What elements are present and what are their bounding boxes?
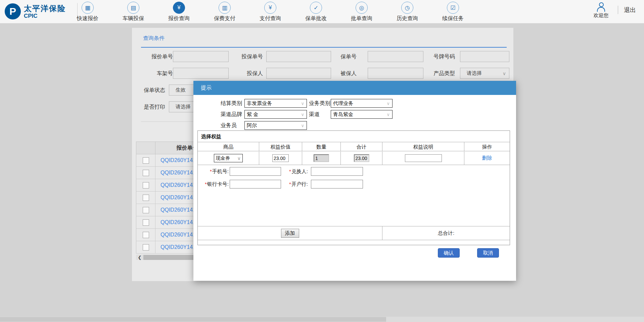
col-total: 合计 — [341, 142, 382, 151]
col-benefit-desc: 权益说明 — [382, 142, 464, 151]
calculator-icon: ▦ — [82, 2, 94, 14]
chevron-down-icon: ∨ — [301, 112, 304, 117]
benefit-footer-row: 添加 总合计: — [198, 226, 510, 240]
row-checkbox[interactable] — [143, 170, 149, 176]
row-checkbox[interactable] — [143, 182, 149, 189]
policy-no-input[interactable] — [368, 51, 423, 62]
chevron-down-icon: ∨ — [503, 71, 506, 76]
col-product: 商品 — [198, 142, 259, 151]
benefit-desc-input[interactable] — [405, 154, 442, 162]
quote-link[interactable]: QQID260Y1419 — [160, 244, 199, 250]
row-checkbox[interactable] — [143, 219, 149, 226]
quote-link[interactable]: QQID260Y1419 — [160, 170, 199, 176]
nav-item-premium-pay[interactable]: ▥ 保费支付 — [206, 2, 243, 22]
channel-brand-label: 渠道品牌 — [221, 110, 242, 119]
top-nav-bar: P 太平洋保险 CPIC ▦ 快速报价 ▤ 车辆投保 ¥ 报价查询 ▥ 保费支付 — [0, 0, 644, 23]
settle-type-select[interactable]: 非发票业务 ∨ — [244, 99, 307, 108]
cancel-button[interactable]: 取消 — [477, 248, 499, 258]
user-menu[interactable]: 欢迎您 — [590, 2, 612, 19]
chevron-down-icon: ∨ — [301, 123, 304, 128]
col-action: 操作 — [464, 142, 510, 151]
checkbox-column-header — [136, 142, 155, 154]
scrollbar-thumb[interactable] — [0, 317, 386, 322]
delete-link[interactable]: 删除 — [482, 155, 492, 161]
agent-label: 业务员 — [221, 121, 237, 130]
nav-item-endorse-query[interactable]: ◎ 批单查询 — [343, 2, 380, 22]
quote-link[interactable]: QQID260Y1419 — [160, 207, 199, 213]
quote-link[interactable]: QQID260Y1419 — [160, 182, 199, 188]
quote-no-label: 报价单号 — [136, 51, 173, 62]
biz-type-label: 业务类别 — [309, 99, 330, 108]
nav-item-policy-endorse[interactable]: ✓ 保单批改 — [297, 2, 335, 22]
product-type-select[interactable]: 请选择 ∨ — [460, 68, 509, 79]
product-select[interactable]: 现金券 ∨ — [214, 154, 243, 162]
insured-input[interactable] — [368, 68, 423, 79]
phone-input[interactable] — [230, 167, 281, 176]
redeemer-label: *兑换人: — [278, 167, 308, 176]
cpic-logo-icon: P — [5, 3, 21, 19]
quote-link[interactable]: QQID260Y1419 — [160, 219, 199, 225]
nav-item-renewal-tasks[interactable]: ☑ 续保任务 — [434, 2, 472, 22]
quantity-input[interactable] — [314, 154, 329, 162]
logout-button[interactable]: 退出 — [624, 6, 636, 14]
settle-type-label: 结算类别 — [221, 99, 242, 108]
product-type-label: 产品类型 — [418, 68, 455, 79]
channel-brand-select[interactable]: 紫 金 ∨ — [244, 110, 307, 119]
benefit-value-input[interactable] — [272, 154, 289, 162]
insured-label: 被保人 — [320, 68, 357, 79]
proposal-no-label: 投保单号 — [226, 51, 263, 62]
quote-link[interactable]: QQID260Y1419 — [160, 157, 199, 163]
query-title-underline — [141, 47, 507, 48]
plate-no-label: 号牌号码 — [418, 51, 455, 62]
vin-input[interactable] — [173, 68, 229, 79]
documents-search-icon: ◎ — [356, 2, 368, 14]
card-icon: ▥ — [219, 2, 231, 14]
total-input[interactable] — [354, 154, 369, 162]
grand-total-label: 总合计: — [382, 226, 510, 240]
search-yen-icon: ¥ — [264, 2, 276, 14]
nav-item-quote-query[interactable]: ¥ 报价查询 — [160, 2, 198, 22]
clock-icon: ◷ — [401, 2, 413, 14]
add-button[interactable]: 添加 — [281, 229, 299, 238]
quote-no-input[interactable] — [173, 51, 229, 62]
bank-card-label: *银行卡号: — [198, 180, 229, 189]
bank-name-label: *开户行: — [278, 180, 308, 189]
benefit-row: 现金券 ∨ 删除 — [198, 152, 510, 165]
row-checkbox[interactable] — [143, 157, 149, 164]
nav-item-history-query[interactable]: ◷ 历史查询 — [388, 2, 426, 22]
row-checkbox[interactable] — [143, 232, 149, 238]
chevron-down-icon: ∨ — [386, 101, 390, 106]
plate-no-input[interactable] — [460, 51, 509, 62]
nav-item-payment-query[interactable]: ¥ 支付查询 — [251, 2, 289, 22]
redeemer-input[interactable] — [311, 167, 363, 176]
agent-select[interactable]: 阿尔 ∨ — [244, 121, 307, 130]
user-icon — [596, 2, 606, 12]
row-checkbox[interactable] — [143, 195, 149, 201]
nav-item-quick-quote[interactable]: ▦ 快速报价 — [69, 2, 106, 22]
chevron-down-icon: ∨ — [237, 156, 241, 161]
page-horizontal-scrollbar — [0, 317, 644, 322]
row-checkbox[interactable] — [143, 244, 149, 251]
confirm-button[interactable]: 确认 — [438, 248, 460, 258]
dialog-title: 提示 — [201, 85, 212, 91]
vin-label: 车架号 — [136, 68, 173, 79]
bank-name-input[interactable] — [311, 180, 363, 189]
print-flag-label: 是否打印 — [132, 101, 165, 112]
quote-link[interactable]: QQID260Y1419 — [160, 195, 199, 201]
main-nav: ▦ 快速报价 ▤ 车辆投保 ¥ 报价查询 ▥ 保费支付 ¥ 支付查询 ✓ 保单批… — [69, 2, 472, 22]
channel-select[interactable]: 青岛紫金 ∨ — [331, 110, 393, 119]
bank-card-input[interactable] — [230, 180, 281, 189]
task-check-icon: ☑ — [447, 2, 459, 14]
quote-link[interactable]: QQID260Y1419 — [160, 232, 199, 238]
nav-item-vehicle-insure[interactable]: ▤ 车辆投保 — [114, 2, 152, 22]
policy-status-label: 保单状态 — [132, 85, 165, 96]
policy-no-label: 保单号 — [320, 51, 357, 62]
chevron-down-icon: ∨ — [301, 101, 304, 106]
biz-type-select[interactable]: 代理业务 ∨ — [331, 99, 393, 108]
applicant-label: 投保人 — [226, 68, 263, 79]
col-quantity: 数量 — [302, 142, 341, 151]
scroll-left-arrow-icon[interactable]: ❮ — [136, 255, 143, 260]
document-icon: ▤ — [127, 2, 139, 14]
chevron-down-icon: ∨ — [386, 112, 390, 117]
row-checkbox[interactable] — [143, 207, 149, 213]
